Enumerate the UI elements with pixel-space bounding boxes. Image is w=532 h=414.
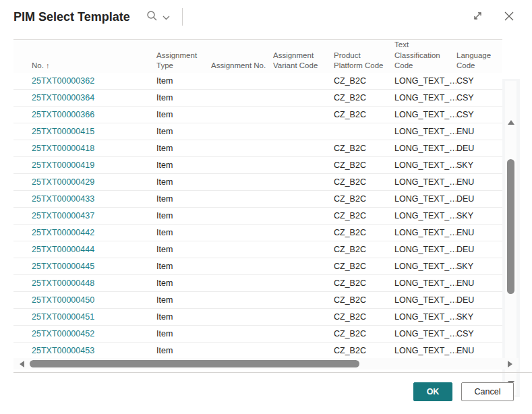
table-row[interactable]: 25TXT00000453 Item CZ_B2C LONG_TEXT_… EN…	[13, 343, 502, 359]
scroll-left-arrow-icon[interactable]	[20, 361, 24, 367]
no-link[interactable]: 25TXT00000415	[32, 127, 94, 136]
no-link[interactable]: 25TXT00000453	[32, 346, 94, 355]
column-header-no[interactable]: No. ↑	[32, 61, 156, 71]
ok-button[interactable]: OK	[413, 382, 452, 401]
cell-language-code: DEU	[456, 194, 502, 204]
column-header-language-code[interactable]: Language Code	[456, 51, 502, 71]
horizontal-scrollbar[interactable]	[13, 358, 519, 369]
title-bar: PIM Select Template	[0, 0, 532, 34]
no-link[interactable]: 25TXT00000418	[32, 144, 94, 153]
no-link[interactable]: 25TXT00000419	[32, 160, 94, 170]
cell-language-code: CSY	[456, 110, 502, 119]
expand-button[interactable]	[472, 10, 483, 24]
cell-text-classification-code: LONG_TEXT_…	[394, 93, 456, 102]
close-button[interactable]	[504, 11, 514, 24]
horizontal-scrollbar-thumb[interactable]	[30, 360, 359, 367]
cell-assignment-type: Item	[156, 127, 211, 136]
table-row[interactable]: 25TXT00000415 Item LONG_TEXT_… ENU	[13, 123, 502, 140]
cell-assignment-type: Item	[156, 177, 211, 187]
column-header-product-platform-code[interactable]: Product Platform Code	[334, 51, 394, 71]
cell-language-code: CSY	[456, 76, 502, 86]
cell-language-code: ENU	[456, 127, 502, 136]
table-row[interactable]: 25TXT00000442 Item CZ_B2C LONG_TEXT_… EN…	[13, 225, 502, 241]
table-row[interactable]: 25TXT00000444 Item CZ_B2C LONG_TEXT_… DE…	[13, 241, 502, 258]
cell-text-classification-code: LONG_TEXT_…	[394, 329, 456, 338]
table-row[interactable]: 25TXT00000452 Item CZ_B2C LONG_TEXT_… CS…	[13, 326, 502, 343]
vertical-scrollbar-thumb[interactable]	[507, 159, 514, 294]
vertical-scrollbar[interactable]	[505, 81, 516, 395]
cell-assignment-type: Item	[156, 144, 211, 153]
cell-assignment-type: Item	[156, 228, 211, 237]
no-link[interactable]: 25TXT00000451	[32, 312, 94, 322]
table-row[interactable]: 25TXT00000418 Item CZ_B2C LONG_TEXT_… DE…	[13, 140, 502, 157]
search-button[interactable]	[146, 10, 170, 24]
cell-language-code: SKY	[456, 262, 502, 271]
table-row[interactable]: 25TXT00000429 Item CZ_B2C LONG_TEXT_… EN…	[13, 174, 502, 191]
cell-product-platform-code: CZ_B2C	[334, 177, 394, 187]
scroll-right-arrow-icon[interactable]	[508, 361, 512, 367]
column-header-assignment-no[interactable]: Assignment No.	[211, 61, 273, 71]
table-row[interactable]: 25TXT00000419 Item CZ_B2C LONG_TEXT_… SK…	[13, 157, 502, 174]
cell-assignment-type: Item	[156, 76, 211, 86]
table-row[interactable]: 25TXT00000448 Item CZ_B2C LONG_TEXT_… EN…	[13, 275, 502, 292]
cell-text-classification-code: LONG_TEXT_…	[394, 262, 456, 271]
cell-assignment-type: Item	[156, 312, 211, 322]
cell-assignment-type: Item	[156, 295, 211, 305]
table-row[interactable]: 25TXT00000362 Item CZ_B2C LONG_TEXT_… CS…	[13, 73, 502, 90]
no-link[interactable]: 25TXT00000452	[32, 329, 94, 338]
no-link[interactable]: 25TXT00000450	[32, 295, 94, 305]
table-row[interactable]: 25TXT00000450 Item CZ_B2C LONG_TEXT_… DE…	[13, 292, 502, 309]
table-row[interactable]: 25TXT00000364 Item CZ_B2C LONG_TEXT_… CS…	[13, 90, 502, 107]
cell-language-code: CSY	[456, 329, 502, 338]
no-link[interactable]: 25TXT00000429	[32, 177, 94, 187]
cell-product-platform-code: CZ_B2C	[334, 144, 394, 153]
cell-text-classification-code: LONG_TEXT_…	[394, 228, 456, 237]
cell-language-code: SKY	[456, 211, 502, 220]
cancel-button[interactable]: Cancel	[461, 382, 514, 401]
titlebar-divider	[182, 8, 183, 26]
no-link[interactable]: 25TXT00000448	[32, 278, 94, 288]
chevron-down-icon[interactable]	[162, 11, 170, 23]
no-link[interactable]: 25TXT00000445	[32, 262, 94, 271]
cell-product-platform-code: CZ_B2C	[334, 160, 394, 170]
cell-assignment-type: Item	[156, 93, 211, 102]
no-link[interactable]: 25TXT00000433	[32, 194, 94, 204]
scroll-up-arrow-icon[interactable]	[508, 120, 514, 125]
table-row[interactable]: 25TXT00000451 Item CZ_B2C LONG_TEXT_… SK…	[13, 309, 502, 326]
cell-product-platform-code: CZ_B2C	[334, 329, 394, 338]
cell-product-platform-code: CZ_B2C	[334, 228, 394, 237]
column-header-text-classification-code[interactable]: Text Classification Code	[394, 40, 456, 71]
no-link[interactable]: 25TXT00000442	[32, 228, 94, 237]
cell-assignment-type: Item	[156, 194, 211, 204]
cell-language-code: SKY	[456, 160, 502, 170]
cell-assignment-type: Item	[156, 110, 211, 119]
table-body: 25TXT00000362 Item CZ_B2C LONG_TEXT_… CS…	[13, 73, 502, 359]
no-link[interactable]: 25TXT00000444	[32, 245, 94, 254]
no-link[interactable]: 25TXT00000364	[32, 93, 94, 102]
no-link[interactable]: 25TXT00000366	[32, 110, 94, 119]
cell-product-platform-code: CZ_B2C	[334, 93, 394, 102]
no-link[interactable]: 25TXT00000437	[32, 211, 94, 220]
cell-assignment-type: Item	[156, 160, 211, 170]
cell-text-classification-code: LONG_TEXT_…	[394, 76, 456, 86]
cell-language-code: ENU	[456, 278, 502, 288]
cell-assignment-type: Item	[156, 278, 211, 288]
cell-language-code: ENU	[456, 177, 502, 187]
cell-language-code: ENU	[456, 346, 502, 355]
cell-text-classification-code: LONG_TEXT_…	[394, 295, 456, 305]
cell-text-classification-code: LONG_TEXT_…	[394, 312, 456, 322]
close-icon	[504, 11, 514, 24]
table-row[interactable]: 25TXT00000445 Item CZ_B2C LONG_TEXT_… SK…	[13, 258, 502, 275]
table-row[interactable]: 25TXT00000366 Item CZ_B2C LONG_TEXT_… CS…	[13, 107, 502, 123]
cell-product-platform-code: CZ_B2C	[334, 76, 394, 86]
cell-text-classification-code: LONG_TEXT_…	[394, 346, 456, 355]
table-row[interactable]: 25TXT00000433 Item CZ_B2C LONG_TEXT_… DE…	[13, 191, 502, 208]
column-header-assignment-type[interactable]: Assignment Type	[156, 51, 211, 71]
cell-product-platform-code: CZ_B2C	[334, 312, 394, 322]
search-icon[interactable]	[146, 10, 158, 24]
no-link[interactable]: 25TXT00000362	[32, 76, 94, 86]
page-title: PIM Select Template	[13, 10, 130, 24]
column-header-assignment-variant-code[interactable]: Assignment Variant Code	[273, 51, 334, 71]
cell-text-classification-code: LONG_TEXT_…	[394, 110, 456, 119]
table-row[interactable]: 25TXT00000437 Item CZ_B2C LONG_TEXT_… SK…	[13, 208, 502, 225]
